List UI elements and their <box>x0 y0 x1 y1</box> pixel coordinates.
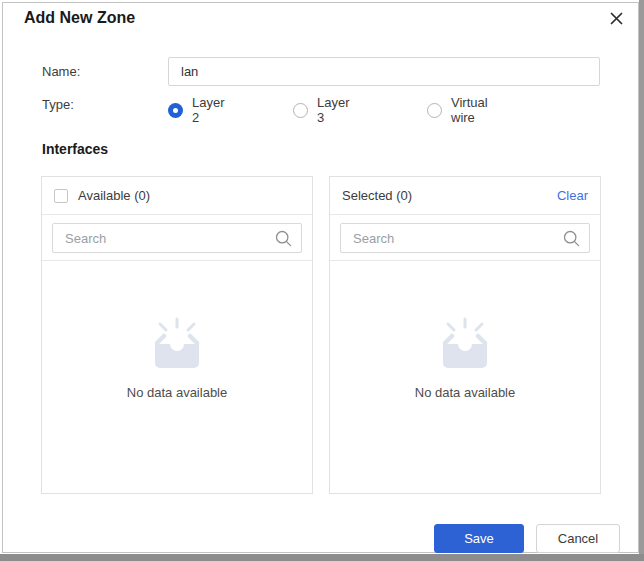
interfaces-heading: Interfaces <box>42 141 108 157</box>
screen: Add New Zone Name: Type: Layer 2 Layer 3… <box>0 0 644 561</box>
type-label: Type: <box>42 97 74 112</box>
radio-label: Virtual wire <box>451 95 488 125</box>
x-glyph <box>610 12 623 25</box>
empty-state-text: No data available <box>415 385 515 400</box>
page-edge-bottom <box>0 554 644 561</box>
empty-inbox-icon <box>145 317 209 371</box>
name-label: Name: <box>42 64 80 79</box>
radio-icon <box>427 103 442 118</box>
radio-icon <box>293 103 308 118</box>
close-icon[interactable] <box>606 8 626 28</box>
radio-icon <box>168 103 183 118</box>
save-button[interactable]: Save <box>434 524 524 553</box>
search-icon <box>563 230 580 247</box>
select-all-checkbox[interactable] <box>54 189 68 203</box>
radio-option-layer-2[interactable]: Layer 2 <box>168 95 225 125</box>
radio-option-layer-3[interactable]: Layer 3 <box>293 95 350 125</box>
selected-search-section <box>330 215 600 261</box>
dialog-title: Add New Zone <box>24 9 135 27</box>
available-search-section <box>42 215 312 261</box>
search-icon <box>275 230 292 247</box>
empty-state-text: No data available <box>127 385 227 400</box>
available-header-label: Available (0) <box>78 188 150 203</box>
available-panel-header: Available (0) <box>42 177 312 215</box>
selected-list: No data available <box>330 261 600 493</box>
name-input[interactable] <box>168 57 600 86</box>
radio-label: Layer 2 <box>192 95 225 125</box>
empty-inbox-icon <box>433 317 497 371</box>
selected-header-label: Selected (0) <box>342 188 412 203</box>
radio-option-virtual-wire[interactable]: Virtual wire <box>427 95 488 125</box>
available-search-input[interactable] <box>52 223 302 253</box>
page-edge-right <box>639 0 644 561</box>
available-list: No data available <box>42 261 312 493</box>
selected-panel-header: Selected (0) Clear <box>330 177 600 215</box>
available-panel: Available (0) No data <box>41 176 313 494</box>
radio-label: Layer 3 <box>317 95 350 125</box>
selected-panel: Selected (0) Clear <box>329 176 601 494</box>
cancel-button[interactable]: Cancel <box>536 524 620 553</box>
selected-search-input[interactable] <box>340 223 590 253</box>
clear-button[interactable]: Clear <box>557 188 588 203</box>
